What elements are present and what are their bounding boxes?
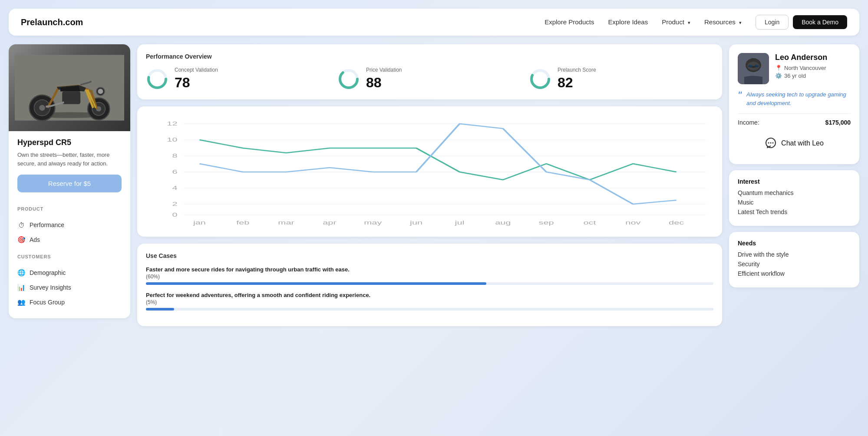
interests-title: Interest bbox=[738, 178, 851, 185]
svg-rect-46 bbox=[748, 65, 752, 67]
svg-rect-47 bbox=[754, 65, 759, 67]
right-panel: Leo Anderson 📍 North Vancouver ⚙️ 36 yr … bbox=[729, 44, 859, 287]
svg-text:12: 12 bbox=[167, 121, 177, 127]
book-demo-button[interactable]: Book a Demo bbox=[793, 15, 847, 29]
brand-logo: Prelaunch.com bbox=[21, 17, 545, 27]
svg-text:jan: jan bbox=[193, 220, 206, 226]
svg-text:10: 10 bbox=[167, 137, 177, 143]
price-value: 88 bbox=[366, 75, 402, 91]
svg-point-49 bbox=[768, 142, 769, 144]
need-1: Drive with the style bbox=[738, 251, 851, 258]
interest-1: Quantum mechanics bbox=[738, 189, 851, 196]
profile-name: Leo Anderson bbox=[775, 53, 827, 62]
svg-text:may: may bbox=[364, 220, 382, 226]
quote-mark: " bbox=[738, 90, 742, 101]
svg-text:oct: oct bbox=[583, 220, 596, 226]
use-case-2-pct: (5%) bbox=[146, 299, 713, 305]
svg-text:feb: feb bbox=[236, 220, 250, 226]
product-description: Own the streets—better, faster, more sec… bbox=[17, 151, 122, 168]
product-name: Hyperspd CR5 bbox=[17, 138, 122, 147]
svg-text:4: 4 bbox=[172, 185, 177, 191]
sidebar-item-demographic[interactable]: 🌐 Demographic bbox=[9, 265, 130, 280]
profile-location: 📍 North Vancouver bbox=[775, 65, 827, 71]
nav-resources[interactable]: Resources ▾ bbox=[704, 18, 742, 26]
use-case-2: Perfect for weekend adventures, offering… bbox=[146, 292, 713, 310]
nav-links: Explore Products Explore Ideas Product ▾… bbox=[545, 18, 742, 26]
use-case-1-bar-fill bbox=[146, 282, 486, 285]
reserve-button[interactable]: Reserve for $5 bbox=[17, 175, 122, 192]
svg-rect-8 bbox=[62, 91, 80, 104]
svg-text:sep: sep bbox=[539, 220, 554, 226]
sidebar-customers-section: CUSTOMERS bbox=[9, 247, 130, 265]
use-case-1: Faster and more secure rides for navigat… bbox=[146, 266, 713, 285]
chart-container: 12 10 8 6 4 2 0 jan feb mar apr may jun … bbox=[146, 115, 713, 228]
metric-price-validation: Price Validation 88 bbox=[337, 67, 522, 91]
survey-icon: 📊 bbox=[17, 284, 25, 291]
profile-card: Leo Anderson 📍 North Vancouver ⚙️ 36 yr … bbox=[729, 44, 859, 164]
nav-explore-ideas[interactable]: Explore Ideas bbox=[608, 18, 648, 26]
chat-label: Chat with Leo bbox=[781, 139, 824, 147]
use-cases-card: Use Cases Faster and more secure rides f… bbox=[137, 244, 722, 326]
profile-quote: " Always seeking tech to upgrade gaming … bbox=[738, 90, 851, 107]
sidebar-item-performance[interactable]: ⏱ Performance bbox=[9, 218, 130, 232]
left-panel: Hyperspd CR5 Own the streets—better, fas… bbox=[9, 44, 130, 318]
svg-point-50 bbox=[770, 142, 772, 144]
svg-text:6: 6 bbox=[172, 169, 177, 175]
sidebar-item-survey-insights[interactable]: 📊 Survey Insights bbox=[9, 280, 130, 295]
metric-concept-validation: Concept Validation 78 bbox=[146, 67, 330, 91]
donut-concept bbox=[146, 68, 168, 90]
needs-title: Needs bbox=[738, 240, 851, 247]
demographic-icon: 🌐 bbox=[17, 269, 25, 277]
product-info: Hyperspd CR5 Own the streets—better, fas… bbox=[9, 131, 130, 199]
nav-explore-products[interactable]: Explore Products bbox=[545, 18, 594, 26]
use-case-2-title: Perfect for weekend adventures, offering… bbox=[146, 292, 713, 298]
income-row: Income: $175,000 bbox=[738, 113, 851, 131]
profile-info: Leo Anderson 📍 North Vancouver ⚙️ 36 yr … bbox=[775, 53, 827, 84]
profile-age: ⚙️ 36 yr old bbox=[775, 73, 827, 79]
chart-svg: 12 10 8 6 4 2 0 jan feb mar apr may jun … bbox=[146, 115, 713, 228]
metric-prelaunch-score: Prelaunch Score 82 bbox=[529, 67, 713, 91]
needs-card: Needs Drive with the style Security Effi… bbox=[729, 232, 859, 287]
performance-icon: ⏱ bbox=[17, 221, 25, 229]
performance-title: Performance Overview bbox=[146, 53, 713, 60]
svg-text:0: 0 bbox=[172, 212, 177, 218]
use-case-1-pct: (60%) bbox=[146, 274, 713, 280]
profile-header: Leo Anderson 📍 North Vancouver ⚙️ 36 yr … bbox=[738, 53, 851, 84]
use-case-2-bar-fill bbox=[146, 308, 174, 310]
interest-3: Latest Tech trends bbox=[738, 208, 851, 215]
use-case-1-bar-bg bbox=[146, 282, 713, 285]
need-2: Security bbox=[738, 261, 851, 268]
product-image bbox=[9, 44, 130, 131]
donut-prelaunch bbox=[529, 68, 551, 90]
income-value: $175,000 bbox=[825, 119, 851, 126]
sidebar-item-focus-group[interactable]: 👥 Focus Group bbox=[9, 295, 130, 310]
svg-text:aug: aug bbox=[495, 220, 511, 226]
svg-text:8: 8 bbox=[172, 153, 177, 159]
sidebar-item-ads[interactable]: 🎯 Ads bbox=[9, 232, 130, 247]
use-case-2-bar-bg bbox=[146, 308, 713, 310]
navbar: Prelaunch.com Explore Products Explore I… bbox=[9, 9, 859, 36]
concept-value: 78 bbox=[175, 75, 218, 91]
age-icon: ⚙️ bbox=[775, 73, 782, 79]
prelaunch-value: 82 bbox=[558, 75, 596, 91]
center-panel: Performance Overview Concept Validation … bbox=[137, 44, 722, 326]
login-button[interactable]: Login bbox=[756, 15, 789, 30]
concept-label: Concept Validation bbox=[175, 67, 218, 73]
chat-button[interactable]: Chat with Leo bbox=[738, 131, 851, 155]
interest-2: Music bbox=[738, 199, 851, 206]
performance-overview-card: Performance Overview Concept Validation … bbox=[137, 44, 722, 99]
svg-text:mar: mar bbox=[278, 220, 294, 226]
svg-text:jul: jul bbox=[454, 220, 464, 226]
price-label: Price Validation bbox=[366, 67, 402, 73]
nav-product[interactable]: Product ▾ bbox=[662, 18, 690, 26]
focus-group-icon: 👥 bbox=[17, 298, 25, 306]
metrics-row: Concept Validation 78 Price Validation 8… bbox=[146, 67, 713, 91]
use-case-1-title: Faster and more secure rides for navigat… bbox=[146, 266, 713, 273]
sidebar-product-title: PRODUCT bbox=[17, 206, 122, 211]
svg-text:nov: nov bbox=[625, 220, 640, 226]
main-content: Hyperspd CR5 Own the streets—better, fas… bbox=[9, 44, 859, 326]
svg-point-4 bbox=[39, 105, 45, 110]
use-cases-title: Use Cases bbox=[146, 252, 713, 259]
svg-point-51 bbox=[772, 142, 774, 144]
location-icon: 📍 bbox=[775, 65, 782, 71]
